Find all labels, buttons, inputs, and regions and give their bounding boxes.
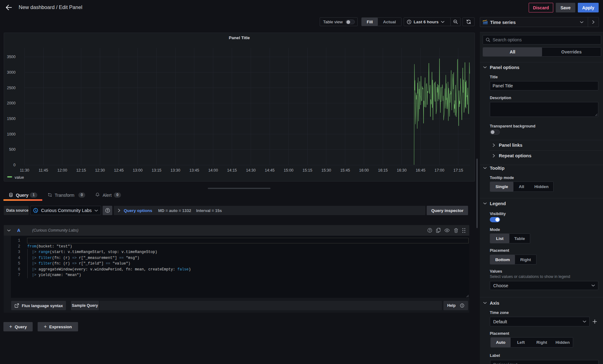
svg-text:3500: 3500 [7,55,16,59]
svg-text:16:30: 16:30 [397,168,406,173]
svg-text:3000: 3000 [7,70,16,75]
svg-text:12:30: 12:30 [95,168,105,173]
svg-text:17:15: 17:15 [453,168,463,173]
svg-text:16:00: 16:00 [359,168,369,173]
svg-text:14:30: 14:30 [246,168,256,173]
svg-text:13:00: 13:00 [133,168,142,173]
svg-text:11:45: 11:45 [39,168,48,173]
svg-text:13:45: 13:45 [189,168,199,173]
svg-text:14:00: 14:00 [208,168,218,173]
svg-text:11:30: 11:30 [20,168,29,173]
svg-text:16:15: 16:15 [378,168,387,173]
svg-text:16:45: 16:45 [416,168,425,173]
svg-text:0: 0 [13,163,16,167]
svg-text:15:45: 15:45 [340,168,350,173]
svg-text:12:15: 12:15 [76,168,86,173]
svg-text:12:45: 12:45 [114,168,123,173]
svg-text:13:30: 13:30 [170,168,180,173]
svg-text:14:45: 14:45 [265,168,275,173]
svg-text:2000: 2000 [7,101,16,105]
svg-text:1500: 1500 [7,117,16,121]
svg-text:12:00: 12:00 [58,168,67,173]
svg-text:value: value [15,175,24,180]
svg-text:13:15: 13:15 [152,168,161,173]
svg-text:15:15: 15:15 [303,168,312,173]
svg-text:1000: 1000 [7,132,16,136]
svg-text:17:00: 17:00 [434,168,444,173]
svg-text:15:30: 15:30 [321,168,331,173]
svg-text:15:00: 15:00 [284,168,293,173]
svg-text:500: 500 [9,147,16,152]
svg-text:2500: 2500 [7,86,16,90]
svg-text:14:15: 14:15 [227,168,237,173]
